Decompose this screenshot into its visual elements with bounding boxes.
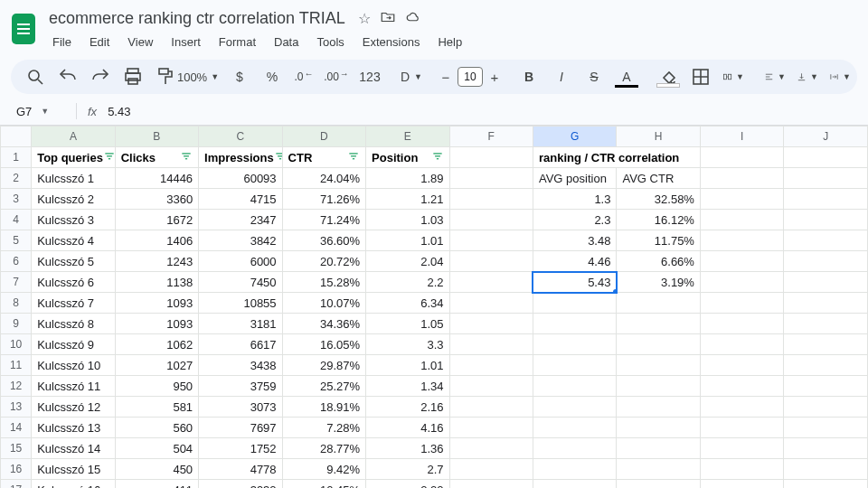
cell[interactable]: 7697 xyxy=(199,418,282,438)
decrease-decimal-icon[interactable]: .0← xyxy=(289,64,320,89)
cell[interactable]: Kulcsszó 14 xyxy=(32,438,115,459)
cell[interactable] xyxy=(533,397,616,418)
cell[interactable]: 18.91% xyxy=(282,397,365,418)
filter-icon[interactable] xyxy=(274,151,282,164)
cell[interactable]: 950 xyxy=(115,376,198,397)
cell[interactable] xyxy=(533,293,616,314)
cell[interactable]: Kulcsszó 5 xyxy=(32,251,115,272)
menu-insert[interactable]: Insert xyxy=(164,32,208,52)
cell[interactable]: 25.27% xyxy=(282,376,365,397)
zoom-select[interactable]: 100%▼ xyxy=(183,64,213,89)
cell[interactable] xyxy=(533,314,616,334)
filter-icon[interactable] xyxy=(180,151,193,164)
cell[interactable]: 3932 xyxy=(199,480,282,489)
cell[interactable]: 2.7 xyxy=(366,459,449,480)
star-icon[interactable]: ☆ xyxy=(358,10,371,27)
cell[interactable] xyxy=(533,418,616,438)
cell[interactable]: 560 xyxy=(115,418,198,438)
cell[interactable] xyxy=(784,189,868,210)
row-header[interactable]: 13 xyxy=(1,397,32,418)
cell[interactable] xyxy=(449,376,533,397)
cell[interactable] xyxy=(617,355,700,376)
menu-help[interactable]: Help xyxy=(430,32,469,52)
menu-file[interactable]: File xyxy=(45,32,79,52)
cell[interactable] xyxy=(449,334,533,355)
cell[interactable]: 1.21 xyxy=(366,189,449,210)
menu-edit[interactable]: Edit xyxy=(82,32,117,52)
cell[interactable]: 15.28% xyxy=(282,272,365,293)
cell[interactable]: 1027 xyxy=(115,355,198,376)
increase-decimal-icon[interactable]: .00→ xyxy=(322,64,353,89)
cell[interactable] xyxy=(700,480,783,489)
cell[interactable] xyxy=(784,355,868,376)
row-header[interactable]: 1 xyxy=(1,147,32,168)
cell[interactable]: 1.36 xyxy=(366,438,449,459)
cell[interactable] xyxy=(700,210,783,230)
cell[interactable]: Clicks xyxy=(115,147,198,168)
cell[interactable]: 3181 xyxy=(199,314,282,334)
cell[interactable]: 20.72% xyxy=(282,251,365,272)
cell[interactable] xyxy=(784,168,868,189)
cell[interactable]: 1093 xyxy=(115,293,198,314)
cell[interactable]: 5.43 xyxy=(533,272,616,293)
fill-color-button[interactable] xyxy=(653,64,684,89)
cell[interactable]: 32.58% xyxy=(617,189,700,210)
cell[interactable] xyxy=(617,293,700,314)
cell[interactable] xyxy=(617,397,700,418)
cell[interactable] xyxy=(784,480,868,489)
cell[interactable]: 1.03 xyxy=(366,210,449,230)
cell[interactable]: AVG position xyxy=(533,168,616,189)
cell[interactable]: 1243 xyxy=(115,251,198,272)
cell[interactable] xyxy=(617,314,700,334)
borders-button[interactable] xyxy=(685,64,716,89)
menu-tools[interactable]: Tools xyxy=(309,32,351,52)
cell[interactable]: 6.34 xyxy=(366,293,449,314)
redo-icon[interactable] xyxy=(85,64,116,89)
sheets-logo-icon[interactable] xyxy=(11,13,36,45)
cell[interactable] xyxy=(533,376,616,397)
cell[interactable]: 10.07% xyxy=(282,293,365,314)
cell[interactable] xyxy=(449,230,533,251)
name-box[interactable]: G7▼ xyxy=(16,105,65,118)
cell[interactable]: 1093 xyxy=(115,314,198,334)
cell[interactable] xyxy=(700,397,783,418)
cell[interactable]: 4715 xyxy=(199,189,282,210)
cell[interactable] xyxy=(449,272,533,293)
cell[interactable]: CTR xyxy=(282,147,365,168)
cell[interactable] xyxy=(700,293,783,314)
italic-button[interactable]: I xyxy=(546,64,577,89)
filter-icon[interactable] xyxy=(103,151,115,164)
menu-extensions[interactable]: Extensions xyxy=(355,32,428,52)
col-header-H[interactable]: H xyxy=(617,127,700,147)
undo-icon[interactable] xyxy=(52,64,83,89)
cell[interactable] xyxy=(533,438,616,459)
cell[interactable] xyxy=(449,293,533,314)
row-header[interactable]: 5 xyxy=(1,230,32,251)
cell[interactable]: 16.12% xyxy=(617,210,700,230)
cell[interactable]: Kulcsszó 16 xyxy=(32,480,115,489)
cell[interactable] xyxy=(700,418,783,438)
cell[interactable] xyxy=(533,459,616,480)
cell[interactable]: Kulcsszó 4 xyxy=(32,230,115,251)
cell[interactable] xyxy=(449,418,533,438)
cell[interactable]: 4778 xyxy=(199,459,282,480)
cell[interactable] xyxy=(784,334,868,355)
cell[interactable]: Kulcsszó 2 xyxy=(32,189,115,210)
strikethrough-button[interactable]: S xyxy=(579,64,609,89)
cell[interactable]: 1672 xyxy=(115,210,198,230)
cell[interactable]: 411 xyxy=(115,480,198,489)
cell[interactable]: 2.2 xyxy=(366,272,449,293)
cell[interactable] xyxy=(617,480,700,489)
row-header[interactable]: 10 xyxy=(1,334,32,355)
horizontal-align-button[interactable]: ▼ xyxy=(760,64,790,89)
doc-title[interactable]: ecommerce ranking ctr correlation TRIAL xyxy=(45,7,349,30)
cell[interactable] xyxy=(784,397,868,418)
cell[interactable]: 3073 xyxy=(199,397,282,418)
cell[interactable]: 3360 xyxy=(115,189,198,210)
filter-icon[interactable] xyxy=(347,151,360,164)
font-size-input[interactable]: 10 xyxy=(458,67,483,87)
cell[interactable]: Kulcsszó 3 xyxy=(32,210,115,230)
cell[interactable] xyxy=(784,314,868,334)
col-header-J[interactable]: J xyxy=(784,127,868,147)
cell[interactable] xyxy=(449,210,533,230)
